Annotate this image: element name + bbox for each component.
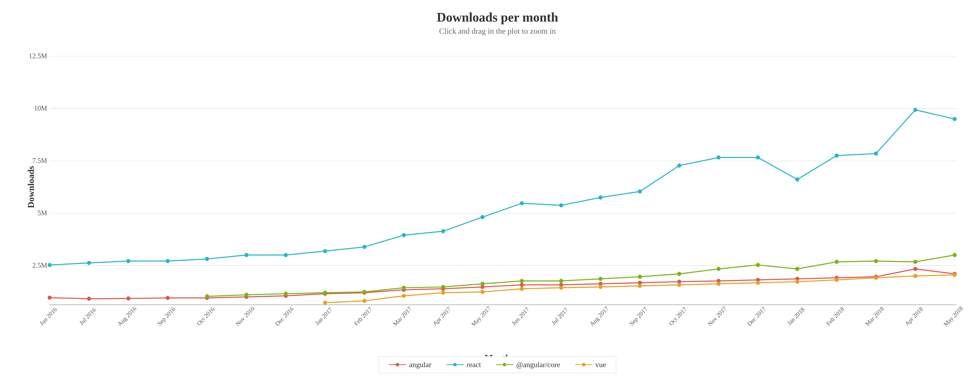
angular-dot: [126, 296, 130, 300]
react-dot: [638, 189, 642, 193]
angular-core-dot: [559, 279, 563, 283]
svg-text:12.5M: 12.5M: [30, 52, 47, 60]
svg-text:Dec 2016: Dec 2016: [274, 305, 294, 328]
svg-point-37: [396, 363, 399, 366]
svg-text:Apr 2018: Apr 2018: [904, 305, 924, 327]
react-dot: [520, 201, 524, 205]
legend-item-vue: vue: [575, 360, 606, 369]
svg-text:Dec 2017: Dec 2017: [746, 305, 767, 328]
react-dot: [953, 117, 957, 121]
vue-dot: [559, 286, 563, 290]
react-line: [49, 110, 955, 265]
vue-line: [325, 275, 955, 303]
react-dot: [363, 245, 366, 249]
angular-dot: [913, 267, 917, 271]
angular-line: [49, 269, 955, 299]
react-dot: [756, 155, 760, 160]
angular-core-dot: [835, 260, 838, 264]
react-dot: [913, 108, 917, 112]
svg-text:Nov 2017: Nov 2017: [706, 305, 728, 328]
angular-core-dot: [795, 267, 799, 271]
vue-dot: [520, 287, 524, 291]
react-dot: [402, 233, 406, 237]
angular-core-line: [207, 255, 955, 296]
legend-line-angular: [389, 362, 406, 367]
chart-subtitle: Click and drag in the plot to zoom in: [30, 27, 965, 36]
vue-dot: [913, 274, 917, 278]
legend-line-vue: [575, 362, 592, 367]
vue-dot: [717, 282, 721, 286]
svg-text:May 2018: May 2018: [942, 305, 964, 328]
angular-core-dot: [520, 279, 524, 283]
vue-dot: [441, 291, 445, 295]
angular-core-dot: [480, 282, 485, 286]
svg-point-43: [582, 363, 585, 366]
legend-label-angular-core: @angular/core: [516, 360, 560, 369]
svg-text:Sep 2016: Sep 2016: [156, 305, 177, 327]
svg-text:Jun 2016: Jun 2016: [38, 306, 58, 327]
legend-line-angular-core: [496, 362, 513, 367]
react-dot: [48, 263, 51, 267]
react-dot: [126, 259, 130, 263]
angular-core-dot: [205, 294, 209, 299]
legend-item-react: react: [446, 360, 481, 369]
angular-core-dot: [756, 263, 760, 267]
chart-container: Downloads per month Click and drag in th…: [0, 0, 980, 382]
svg-text:Oct 2017: Oct 2017: [668, 305, 688, 327]
angular-core-dot: [284, 292, 288, 296]
angular-core-dot: [717, 267, 721, 271]
legend-label-angular: angular: [409, 360, 431, 369]
svg-text:Jul 2017: Jul 2017: [550, 306, 569, 326]
vue-dot: [323, 300, 327, 305]
legend-label-vue: vue: [595, 360, 606, 369]
svg-text:Jan 2017: Jan 2017: [314, 306, 334, 327]
react-dot: [559, 203, 563, 207]
angular-core-dot: [638, 275, 642, 279]
react-dot: [441, 229, 445, 233]
angular-dot: [87, 297, 91, 301]
vue-dot: [874, 276, 878, 280]
svg-text:Oct 2016: Oct 2016: [196, 305, 216, 327]
vue-dot: [638, 284, 642, 288]
react-dot: [166, 259, 170, 263]
svg-text:2.5M: 2.5M: [32, 261, 47, 269]
angular-dot: [48, 296, 51, 300]
angular-dot: [520, 283, 524, 287]
react-dot: [677, 163, 681, 168]
y-axis-label: Downloads: [26, 166, 36, 208]
legend-label-react: react: [466, 360, 481, 369]
svg-text:Feb 2018: Feb 2018: [825, 305, 845, 327]
angular-core-dot: [598, 277, 603, 281]
react-dot: [835, 153, 838, 158]
react-dot: [87, 261, 91, 265]
react-dot: [284, 253, 288, 257]
svg-text:5M: 5M: [37, 209, 47, 217]
vue-dot: [363, 299, 366, 303]
chart-area[interactable]: Downloads Month 12.5M 10M 7.5M 5M 2.5M J…: [30, 43, 965, 331]
angular-core-dot: [441, 285, 445, 289]
svg-text:Sep 2017: Sep 2017: [628, 305, 649, 327]
legend-line-react: [446, 362, 463, 367]
angular-core-dot: [677, 272, 681, 276]
chart-svg[interactable]: 12.5M 10M 7.5M 5M 2.5M Jun 2016 Jul 2016…: [30, 43, 965, 331]
vue-dot: [795, 280, 799, 284]
chart-legend: angular react @angular/core: [379, 356, 616, 373]
angular-core-dot: [913, 260, 917, 264]
vue-dot: [598, 285, 603, 289]
svg-text:Mar 2018: Mar 2018: [864, 305, 885, 328]
svg-text:10M: 10M: [34, 104, 47, 112]
angular-core-dot: [323, 291, 327, 295]
vue-dot: [677, 283, 681, 287]
legend-item-angular-core: @angular/core: [496, 360, 560, 369]
vue-dot: [953, 273, 957, 277]
vue-dot: [480, 290, 485, 294]
svg-text:Aug 2017: Aug 2017: [589, 305, 610, 328]
react-dot: [245, 253, 248, 257]
react-dot: [874, 152, 878, 156]
svg-text:Jul 2016: Jul 2016: [78, 306, 97, 326]
svg-text:Apr 2017: Apr 2017: [431, 305, 452, 327]
vue-dot: [756, 281, 760, 285]
vue-dot: [402, 294, 406, 298]
react-dot: [323, 249, 327, 253]
svg-point-41: [503, 363, 506, 366]
